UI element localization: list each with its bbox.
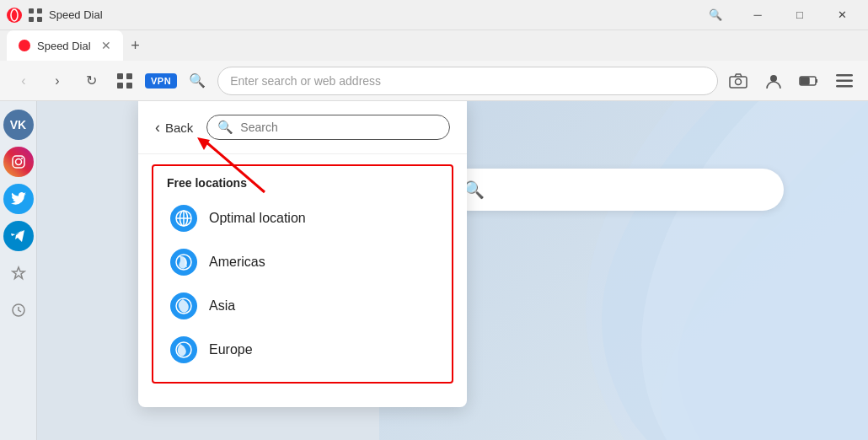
tab-close-btn[interactable]: ✕ [101, 39, 111, 52]
back-label: Back [165, 121, 193, 135]
address-bar[interactable]: Enter search or web address [217, 67, 718, 95]
sidebar-item-vk[interactable]: VK [3, 110, 34, 140]
tab-label: Speed Dial [37, 40, 91, 52]
vpn-button[interactable]: VPN [145, 73, 177, 89]
content-panel: 🔍 ‹ Back 🔍 Free locations [37, 101, 868, 440]
new-tab-button[interactable]: + [123, 33, 148, 58]
optimal-label: Optimal location [209, 211, 306, 226]
search-window-btn[interactable]: 🔍 [696, 0, 735, 30]
camera-button[interactable] [725, 67, 752, 94]
back-button-vpn[interactable]: ‹ Back [155, 119, 193, 137]
nav-bar: ‹ › ↻ VPN 🔍 Enter search or web address [0, 61, 868, 101]
svg-rect-15 [801, 78, 809, 84]
vpn-search-input[interactable] [240, 121, 439, 134]
menu-button[interactable] [831, 67, 858, 94]
sidebar: VK [0, 101, 37, 440]
opera-tab-icon [19, 40, 30, 51]
svg-rect-16 [836, 74, 853, 77]
asia-icon [170, 292, 197, 319]
svg-rect-3 [37, 8, 42, 13]
svg-point-20 [15, 159, 21, 165]
location-item-asia[interactable]: Asia [167, 284, 438, 328]
vpn-panel-header: ‹ Back 🔍 [138, 101, 467, 154]
sidebar-item-twitter[interactable] [3, 184, 34, 214]
refresh-button[interactable]: ↻ [78, 67, 104, 94]
svg-rect-7 [117, 73, 123, 79]
active-tab[interactable]: Speed Dial ✕ [7, 30, 123, 61]
search-icon: 🔍 [217, 120, 233, 135]
location-item-americas[interactable]: Americas [167, 240, 438, 284]
browser-search-box[interactable]: 🔍 [447, 169, 784, 211]
minimize-btn[interactable]: ─ [738, 0, 777, 30]
svg-rect-10 [126, 83, 132, 89]
svg-point-12 [736, 78, 742, 84]
sidebar-item-telegram[interactable] [3, 221, 34, 251]
svg-point-21 [21, 158, 23, 159]
optimal-icon [170, 205, 197, 232]
vpn-dropdown-panel: ‹ Back 🔍 Free locations [138, 101, 467, 407]
svg-point-1 [11, 9, 18, 21]
svg-point-13 [770, 75, 777, 82]
svg-rect-17 [836, 79, 853, 82]
location-item-optimal[interactable]: Optimal location [167, 196, 438, 240]
asia-label: Asia [209, 298, 235, 314]
title-bar: Speed Dial 🔍 ─ □ ✕ [0, 0, 868, 30]
sidebar-item-instagram[interactable] [3, 147, 34, 177]
location-item-europe[interactable]: Europe [167, 328, 438, 372]
user-button[interactable] [760, 67, 787, 94]
svg-rect-19 [13, 156, 24, 168]
back-chevron-icon: ‹ [155, 119, 160, 137]
close-btn[interactable]: ✕ [822, 0, 861, 30]
apps-icon[interactable] [29, 8, 42, 22]
main-content: VK [0, 101, 868, 440]
europe-label: Europe [209, 342, 253, 357]
svg-rect-5 [37, 17, 42, 22]
nav-right-icons [725, 67, 858, 94]
free-locations-box: Free locations Optimal location [152, 164, 453, 384]
svg-rect-18 [836, 85, 853, 88]
free-locations-title: Free locations [167, 176, 438, 190]
sidebar-item-favorites[interactable] [3, 258, 34, 288]
back-button[interactable]: ‹ [10, 67, 37, 94]
americas-label: Americas [209, 255, 265, 270]
svg-rect-8 [126, 73, 132, 79]
americas-icon [170, 249, 197, 276]
svg-rect-4 [29, 17, 34, 22]
svg-rect-2 [29, 8, 34, 13]
address-bar-placeholder: Enter search or web address [230, 74, 381, 88]
tab-bar: Speed Dial ✕ + [0, 30, 868, 61]
svg-point-6 [19, 40, 30, 51]
opera-logo [7, 8, 22, 23]
europe-icon [170, 336, 197, 363]
forward-button[interactable]: › [44, 67, 71, 94]
sidebar-item-history[interactable] [3, 295, 34, 325]
maximize-btn[interactable]: □ [780, 0, 819, 30]
tab-title: Speed Dial [49, 8, 689, 21]
svg-rect-9 [117, 83, 123, 89]
vpn-search-wrapper[interactable]: 🔍 [206, 115, 450, 140]
battery-button[interactable] [796, 67, 822, 94]
window-controls: 🔍 ─ □ ✕ [696, 0, 861, 30]
grid-view-button[interactable] [111, 67, 138, 94]
search-nav-icon[interactable]: 🔍 [184, 67, 211, 94]
